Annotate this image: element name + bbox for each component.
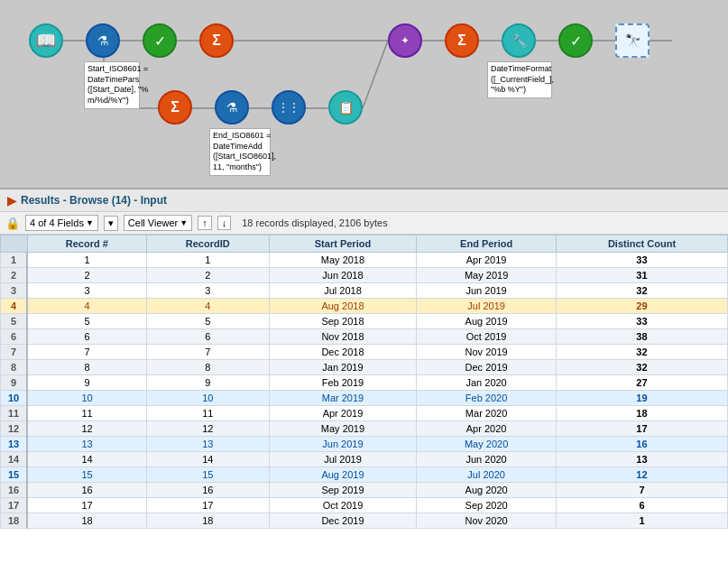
cell-recordid: 4: [146, 299, 269, 314]
cell-end: Dec 2019: [417, 360, 557, 375]
table-row[interactable]: 151515Aug 2019Jul 202012: [1, 467, 728, 483]
cell-recordid: 15: [146, 467, 269, 483]
cell-record: 10: [27, 391, 146, 406]
table-row[interactable]: 111111Apr 2019Mar 202018: [1, 406, 728, 421]
cell-start: Aug 2019: [269, 467, 417, 483]
cell-start: Apr 2019: [269, 406, 417, 421]
table-scroll[interactable]: Record # RecordID Start Period End Perio…: [0, 235, 728, 573]
table-row[interactable]: 131313Jun 2019May 202016: [1, 437, 728, 452]
panel-icon: ▶: [7, 193, 17, 208]
cell-start: Jun 2019: [269, 437, 417, 452]
cell-record: 8: [27, 360, 146, 375]
node-check2[interactable]: ✓: [558, 23, 593, 58]
cell-end: Apr 2019: [417, 253, 557, 268]
node-sigma2[interactable]: Σ: [445, 23, 479, 58]
table-row[interactable]: 111May 2018Apr 201933: [1, 253, 728, 268]
cell-end: Oct 2019: [417, 329, 557, 345]
workflow-canvas: 📖 ⚗ Start_ISO8601 = DateTimePars ([Start…: [0, 0, 728, 189]
cell-end: Jun 2020: [417, 452, 557, 467]
fields-dropdown[interactable]: 4 of 4 Fields ▼: [25, 215, 98, 231]
cell-distinct: 33: [556, 314, 727, 329]
cell-start: May 2018: [269, 253, 417, 268]
viewer-label: Cell Viewer: [128, 217, 178, 228]
sort-desc-button[interactable]: ↓: [217, 216, 232, 230]
col-header-recordid[interactable]: RecordID: [146, 236, 269, 253]
cell-recordid: 3: [146, 283, 269, 299]
node-config[interactable]: ⋮⋮: [272, 90, 306, 125]
cell-rownum: 1: [1, 253, 28, 268]
table-row[interactable]: 141414Jul 2019Jun 202013: [1, 452, 728, 467]
sort-toggle[interactable]: ▾: [104, 216, 118, 231]
table-row[interactable]: 888Jan 2019Dec 201932: [1, 360, 728, 375]
table-row[interactable]: 222Jun 2018May 201931: [1, 268, 728, 283]
cell-end: Mar 2020: [417, 406, 557, 421]
cell-distinct: 18: [556, 406, 727, 421]
cell-distinct: 16: [556, 437, 727, 452]
cell-recordid: 1: [146, 253, 269, 268]
cell-distinct: 6: [556, 498, 727, 513]
node-formula2-label: End_ISO8601 = DateTimeAdd ([Start_ISO860…: [209, 128, 271, 176]
node-join[interactable]: ✦: [388, 23, 422, 58]
cell-rownum: 3: [1, 283, 28, 299]
cell-start: Dec 2019: [269, 513, 417, 529]
cell-rownum: 15: [1, 467, 28, 483]
table-row[interactable]: 161616Sep 2019Aug 20207: [1, 483, 728, 498]
cell-start: Nov 2018: [269, 329, 417, 345]
cell-recordid: 18: [146, 513, 269, 529]
cell-recordid: 12: [146, 421, 269, 437]
node-tool1[interactable]: 🔧: [502, 23, 536, 58]
sort-asc-button[interactable]: ↑: [198, 216, 212, 230]
node-sigma1[interactable]: Σ: [199, 23, 234, 58]
table-row[interactable]: 171717Oct 2019Sep 20206: [1, 498, 728, 513]
table-body: 111May 2018Apr 201933222Jun 2018May 2019…: [1, 253, 728, 529]
cell-record: 14: [27, 452, 146, 467]
table-row[interactable]: 999Feb 2019Jan 202027: [1, 375, 728, 391]
cell-start: Aug 2018: [269, 299, 417, 314]
cell-end: Jul 2019: [417, 299, 557, 314]
table-row[interactable]: 333Jul 2018Jun 201932: [1, 283, 728, 299]
cell-distinct: 7: [556, 483, 727, 498]
node-formula2[interactable]: ⚗: [215, 90, 249, 125]
cell-start: Sep 2018: [269, 314, 417, 329]
table-row[interactable]: 181818Dec 2019Nov 20201: [1, 513, 728, 529]
viewer-chevron: ▼: [180, 218, 188, 227]
lock-icon: 🔒: [5, 217, 20, 230]
table-row[interactable]: 101010Mar 2019Feb 202019: [1, 391, 728, 406]
cell-rownum: 13: [1, 437, 28, 452]
table-row[interactable]: 121212May 2019Apr 202017: [1, 421, 728, 437]
node-check1[interactable]: ✓: [143, 23, 177, 58]
viewer-dropdown[interactable]: Cell Viewer ▼: [124, 215, 192, 231]
cell-rownum: 5: [1, 314, 28, 329]
cell-distinct: 12: [556, 467, 727, 483]
cell-recordid: 11: [146, 406, 269, 421]
cell-distinct: 31: [556, 268, 727, 283]
cell-rownum: 6: [1, 329, 28, 345]
node-output[interactable]: 📋: [328, 90, 363, 125]
table-row[interactable]: 666Nov 2018Oct 201938: [1, 329, 728, 345]
col-header-record[interactable]: Record #: [27, 236, 146, 253]
cell-start: Jul 2018: [269, 283, 417, 299]
table-row[interactable]: 444Aug 2018Jul 201929: [1, 299, 728, 314]
records-info: 18 records displayed, 2106 bytes: [242, 217, 387, 228]
cell-end: May 2020: [417, 437, 557, 452]
node-input[interactable]: 📖: [29, 23, 63, 58]
cell-end: Jun 2019: [417, 283, 557, 299]
col-header-end[interactable]: End Period: [417, 236, 557, 253]
col-header-recnum: [1, 236, 28, 253]
col-header-start[interactable]: Start Period: [269, 236, 417, 253]
table-row[interactable]: 555Sep 2018Aug 201933: [1, 314, 728, 329]
results-panel: ▶ Results - Browse (14) - Input 🔒 4 of 4…: [0, 189, 728, 582]
panel-title: Results - Browse (14) - Input: [21, 194, 167, 207]
node-formula1[interactable]: ⚗: [86, 23, 120, 58]
col-header-distinct[interactable]: Distinct Count: [556, 236, 727, 253]
cell-record: 16: [27, 483, 146, 498]
cell-end: Nov 2019: [417, 345, 557, 360]
cell-record: 17: [27, 498, 146, 513]
node-browse[interactable]: 🔭: [615, 23, 650, 58]
cell-recordid: 7: [146, 345, 269, 360]
cell-rownum: 8: [1, 360, 28, 375]
cell-record: 11: [27, 406, 146, 421]
node-sigma3[interactable]: Σ: [158, 90, 192, 125]
table-row[interactable]: 777Dec 2018Nov 201932: [1, 345, 728, 360]
cell-rownum: 18: [1, 513, 28, 529]
